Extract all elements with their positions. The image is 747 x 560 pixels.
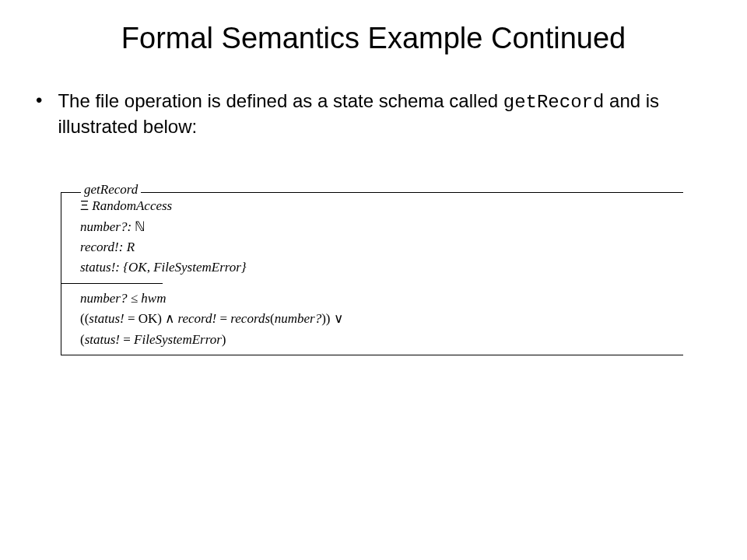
decl-record-var: record!:: [80, 240, 123, 254]
pred-number-arg: number?: [275, 311, 321, 326]
decl-number: number?: ℕ: [80, 217, 683, 237]
decl-record: record!: R: [80, 237, 683, 257]
schema-top-right-line: [141, 192, 683, 193]
pred-line-1: number? ≤ hwm: [80, 289, 683, 309]
pred-record: record!: [178, 311, 217, 326]
schema-body: Ξ RandomAccess number?: ℕ record!: R sta…: [61, 193, 683, 354]
bullet-dot-icon: •: [36, 91, 42, 110]
schema-name: getRecord: [81, 182, 141, 198]
bullet-text: The file operation is defined as a state…: [58, 89, 711, 138]
schema-bottom-line: [61, 355, 683, 355]
pred-ok: OK: [139, 311, 158, 326]
slide-title: Formal Semantics Example Continued: [19, 22, 728, 55]
decl-status-set: {OK, FileSystemError}: [123, 260, 246, 275]
bullet-text-pre: The file operation is defined as a state…: [58, 90, 503, 111]
bullet-code: getRecord: [503, 92, 605, 113]
schema-namebar: getRecord: [61, 182, 683, 193]
decl-status: status!: {OK, FileSystemError}: [80, 257, 683, 278]
pred-hwm: hwm: [141, 291, 166, 306]
pred-number: number?: [80, 291, 127, 306]
pred-eq-2: =: [216, 311, 230, 326]
slide: Formal Semantics Example Continued • The…: [0, 0, 747, 560]
pred-eq-1: =: [124, 311, 139, 326]
decl-record-type: R: [127, 240, 135, 254]
pred-status: status!: [89, 311, 124, 326]
pred-and: ∧: [165, 311, 174, 326]
decl-number-type: ℕ: [135, 219, 146, 234]
pred-error: FileSystemError: [134, 332, 222, 347]
decl-number-var: number?:: [80, 219, 132, 234]
pred-or: ∨: [334, 311, 343, 326]
pred-records-fn: records: [230, 311, 270, 326]
pred-line-3: (status! = FileSystemError): [80, 330, 683, 350]
pred-line-2: ((status! = OK) ∧ record! = records(numb…: [80, 309, 683, 329]
xi-icon: Ξ: [80, 198, 89, 213]
decl-xi-randomaccess: Ξ RandomAccess: [80, 196, 683, 216]
z-schema-box: getRecord Ξ RandomAccess number?: ℕ reco…: [61, 182, 683, 355]
pred-eq-3: =: [120, 332, 134, 347]
schema-mid-line: [61, 283, 163, 284]
bullet-item: • The file operation is defined as a sta…: [36, 89, 728, 138]
decl-status-var: status!:: [80, 260, 120, 275]
schema-top-left-line: [61, 192, 81, 193]
pred-leq: ≤: [131, 291, 138, 306]
decl-schema-ref: RandomAccess: [92, 198, 172, 213]
pred-status-2: status!: [85, 332, 120, 347]
